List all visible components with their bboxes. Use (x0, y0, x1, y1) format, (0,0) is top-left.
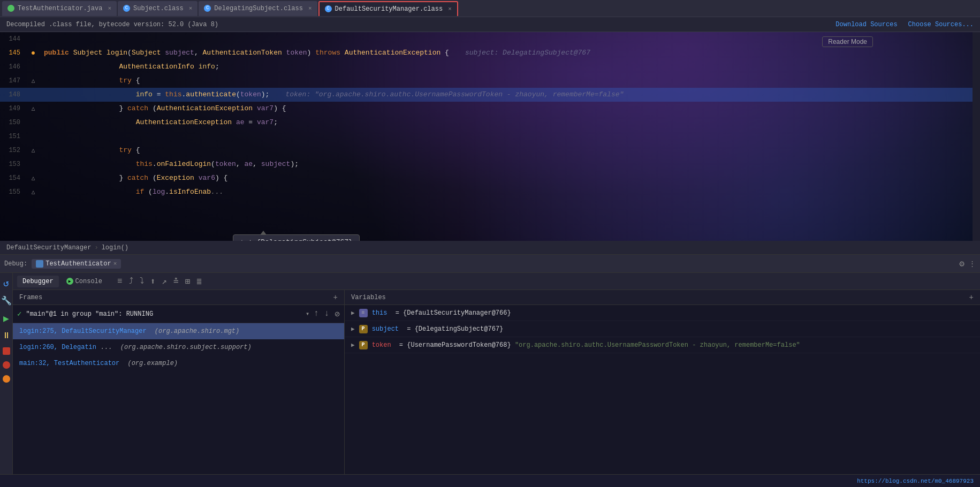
step-over-icon[interactable]: ⤴ (128, 275, 134, 287)
minimap-scrollbar[interactable] (973, 32, 980, 241)
line-num-148: 148 (0, 88, 27, 102)
variables-panel-header: Variables + (345, 290, 980, 305)
var-expand-subject[interactable]: ▶ (351, 325, 355, 332)
line-num-144: 144 (0, 32, 27, 46)
frame-class-1: (org.apache.shiro.subject.support) (117, 344, 252, 351)
red-dot-icon[interactable] (3, 361, 10, 369)
line-num-145: 145 (0, 46, 27, 60)
frame-class-2: (org.example) (124, 360, 178, 367)
more-options-icon[interactable]: ≣ (195, 275, 203, 288)
close-tab-3[interactable]: × (308, 5, 312, 12)
run-to-cursor-icon[interactable]: ↗ (161, 275, 168, 288)
var-item-this: ▶ ≡ this = {DefaultSecurityManager@766} (345, 305, 980, 321)
frame-item-2[interactable]: main:32, TestAuthenticator (org.example) (13, 355, 344, 371)
debug-session-tab[interactable]: TestAuthenticator × (32, 259, 121, 269)
gutter-152: △ (27, 143, 40, 157)
breadcrumb-separator: › (94, 244, 98, 252)
tab-delegating[interactable]: C DelegatingSubject.class × (199, 1, 317, 16)
thread-down-icon[interactable]: ↓ (324, 309, 330, 319)
orange-dot-icon[interactable] (3, 375, 10, 383)
var-expand-token[interactable]: ▶ (351, 341, 355, 348)
debug-label: Debug: (4, 260, 27, 268)
thread-up-icon[interactable]: ↑ (314, 309, 319, 319)
var-icon-this: ≡ (359, 309, 368, 317)
stop-icon[interactable] (3, 347, 10, 355)
var-item-subject: ▶ P subject = {DelegatingSubject@767} (345, 321, 980, 337)
var-icon-subject: P (359, 325, 368, 333)
code-text-154: } catch (Exception var6) { (40, 171, 980, 185)
tab-icon-subject: C (123, 5, 130, 12)
step-out-icon[interactable]: ⬆ (149, 275, 157, 288)
download-sources-link[interactable]: Download Sources (835, 21, 897, 28)
thread-check-icon: ✓ (17, 309, 21, 318)
close-tab-1[interactable]: × (108, 5, 111, 12)
pause-icon[interactable]: ⏸ (2, 331, 11, 341)
debugger-content: Debugger ▶ Console ≡ ⤴ ⤵ ⬆ ↗ ≛ ⊞ ≣ (13, 273, 980, 487)
gutter-149: △ (27, 102, 40, 116)
play-icon[interactable]: ▶ (3, 313, 9, 324)
tab-defaultsecurity[interactable]: C DefaultSecurityManager.class × (318, 1, 458, 16)
evaluate-expr-icon[interactable]: ≛ (172, 275, 180, 288)
thread-filter-icon[interactable]: ⊘ (335, 309, 340, 319)
debugger-panel: ↺ 🔧 ▶ ⏸ Debugger ▶ Console ≡ ⤴ ⤵ ⬆ (0, 273, 980, 487)
tab-icon-defaultsecurity: C (325, 5, 332, 12)
close-tab-2[interactable]: × (189, 5, 193, 12)
breadcrumb-class: DefaultSecurityManager (6, 244, 91, 252)
dots-icon[interactable]: ⋮ (969, 260, 976, 268)
line-num-146: 146 (0, 60, 27, 74)
debug-session-label: TestAuthenticator (45, 260, 111, 268)
step-into-icon[interactable]: ⤵ (139, 275, 145, 287)
resume-icon[interactable]: ↺ (3, 277, 9, 289)
tab-debugger[interactable]: Debugger (17, 276, 59, 287)
gutter-144 (27, 32, 40, 46)
code-text-152: try { (40, 143, 980, 157)
tools-icon[interactable]: 🔧 (1, 295, 12, 306)
frames-panel-header: Frames + (13, 290, 344, 305)
frame-item-1[interactable]: login:260, Delegatin... (org.apache.shir… (13, 339, 344, 355)
var-expand-this[interactable]: ▶ (351, 309, 355, 316)
line-num-149: 149 (0, 102, 27, 116)
frames-panel: Frames + ✓ "main"@1 in group "main": RUN… (13, 290, 345, 487)
frames-content: login:275, DefaultSecurityManager (org.a… (13, 323, 344, 487)
code-line-148: 148 info = this.authenticate(token); tok… (0, 88, 980, 102)
thread-dropdown[interactable]: ▾ (306, 310, 309, 318)
debug-session-close[interactable]: × (113, 261, 117, 267)
frames-layout-icon[interactable]: ⊞ (184, 275, 192, 288)
frames-add-icon[interactable]: + (333, 293, 338, 302)
gutter-151 (27, 130, 40, 143)
tab-label-testauthenticator: TestAuthenticator.java (18, 5, 102, 12)
tab-subject[interactable]: C Subject.class × (118, 1, 197, 16)
frame-method-2: main:32, TestAuthenticator (19, 360, 119, 367)
code-text-148: info = this.authenticate(token); token: … (40, 88, 980, 102)
console-icon: ▶ (66, 278, 73, 285)
fold-marker-154: △ (32, 171, 35, 185)
console-label: Console (75, 278, 102, 285)
close-tab-4[interactable]: × (448, 6, 452, 12)
line-num-154: 154 (0, 171, 27, 185)
thread-controls: ↑ ↓ ⊘ (314, 309, 340, 319)
fold-marker-152: △ (32, 143, 35, 157)
code-line-153: 153 this.onFailedLogin(token, ae, subjec… (0, 157, 980, 171)
code-text-146: AuthenticationInfo info; (40, 60, 980, 74)
code-line-154: 154 △ } catch (Exception var6) { (0, 171, 980, 185)
var-value-token: = {UsernamePasswordToken@768} "org.apach… (396, 341, 800, 349)
gutter-150 (27, 116, 40, 130)
frames-panel-icons: + (333, 293, 338, 302)
frame-item-0[interactable]: login:275, DefaultSecurityManager (org.a… (13, 323, 344, 339)
variables-add-icon[interactable]: + (969, 293, 974, 302)
breadcrumb-bar: DefaultSecurityManager › login() (0, 241, 980, 255)
tab-testauthenticator[interactable]: TestAuthenticator.java × (2, 1, 117, 16)
choose-sources-link[interactable]: Choose Sources... (908, 21, 974, 28)
gutter-154: △ (27, 171, 40, 185)
tab-label-subject: Subject.class (133, 5, 184, 12)
reader-mode-button[interactable]: Reader Mode (822, 36, 873, 47)
line-num-153: 153 (0, 157, 27, 171)
editor-area: Reader Mode 144 145 ● public Subject log… (0, 32, 980, 241)
fold-marker-149: △ (32, 102, 35, 116)
show-frames-icon[interactable]: ≡ (116, 276, 124, 287)
gear-icon[interactable]: ⚙ (959, 258, 964, 269)
tab-console[interactable]: ▶ Console (61, 276, 108, 287)
ide-window: TestAuthenticator.java × C Subject.class… (0, 0, 980, 487)
tab-label-defaultsecurity: DefaultSecurityManager.class (335, 5, 443, 13)
var-item-token: ▶ P token = {UsernamePasswordToken@768} … (345, 337, 980, 353)
